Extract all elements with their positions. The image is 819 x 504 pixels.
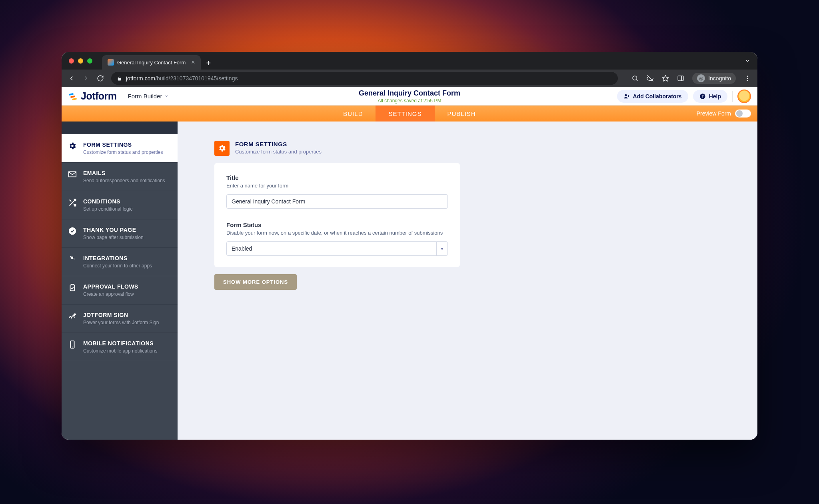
gear-icon xyxy=(214,141,230,156)
tab-settings[interactable]: SETTINGS xyxy=(376,106,434,122)
logo-mark-icon xyxy=(68,92,78,101)
sidebar-item-form-settings[interactable]: FORM SETTINGSCustomize form status and p… xyxy=(62,134,178,163)
svg-point-7 xyxy=(747,78,748,79)
user-avatar[interactable] xyxy=(737,90,751,103)
maximize-window-icon[interactable] xyxy=(87,58,92,64)
puzzle-icon xyxy=(68,255,77,264)
sidebar-item-conditions[interactable]: CONDITIONSSet up conditional logic xyxy=(62,191,178,219)
svg-point-0 xyxy=(633,76,637,80)
browser-tab[interactable]: General Inquiry Contact Form × xyxy=(102,55,201,70)
add-collaborators-button[interactable]: Add Collaborators xyxy=(617,90,688,103)
bookmark-star-icon[interactable] xyxy=(662,75,669,82)
nav-forward-button[interactable] xyxy=(82,75,90,82)
sidebar-item-emails[interactable]: EMAILSSend autoresponders and notificati… xyxy=(62,163,178,191)
close-tab-icon[interactable]: × xyxy=(191,59,195,66)
settings-card: Title Enter a name for your form Form St… xyxy=(214,163,460,267)
svg-text:?: ? xyxy=(701,94,704,98)
sidebar-item-mobile-notifications[interactable]: MOBILE NOTIFICATIONSCustomize mobile app… xyxy=(62,333,178,361)
svg-marker-3 xyxy=(663,76,669,81)
form-status-select[interactable]: Enabled ▼ xyxy=(226,241,448,256)
window-controls xyxy=(69,58,92,64)
chevron-down-icon xyxy=(164,94,169,98)
browser-titlebar: General Inquiry Contact Form × + xyxy=(62,52,757,70)
preview-form-label: Preview Form xyxy=(697,110,731,117)
status-label: Form Status xyxy=(226,221,448,228)
gear-icon xyxy=(68,141,77,150)
sidebar-item-approval-flows[interactable]: APPROVAL FLOWSCreate an approval flow xyxy=(62,276,178,305)
sidebar-item-integrations[interactable]: INTEGRATIONSConnect your form to other a… xyxy=(62,248,178,276)
address-bar[interactable]: jotform.com/build/231073470101945/settin… xyxy=(111,72,618,85)
title-help: Enter a name for your form xyxy=(226,183,448,189)
tabs-dropdown-icon[interactable] xyxy=(745,58,750,64)
search-icon[interactable] xyxy=(631,75,639,82)
shuffle-icon xyxy=(68,198,77,207)
mobile-icon xyxy=(68,340,77,349)
sidebar-item-thank-you[interactable]: THANK YOU PAGEShow page after submission xyxy=(62,219,178,248)
lock-icon xyxy=(117,76,122,81)
save-status: All changes saved at 2:55 PM xyxy=(359,98,460,104)
help-icon: ? xyxy=(699,93,706,100)
reload-button[interactable] xyxy=(97,75,104,82)
kebab-menu-icon[interactable] xyxy=(744,75,751,82)
svg-point-6 xyxy=(747,76,748,77)
panel-icon[interactable] xyxy=(677,75,684,82)
svg-line-16 xyxy=(70,200,72,202)
preview-form-toggle[interactable] xyxy=(735,110,751,118)
status-help: Disable your form now, on a specific dat… xyxy=(226,230,448,236)
settings-sidebar: FORM SETTINGSCustomize form status and p… xyxy=(62,122,178,440)
browser-window: General Inquiry Contact Form × + jotform… xyxy=(62,52,757,440)
app-header: Jotform Form Builder General Inquiry Con… xyxy=(62,87,757,106)
tab-build[interactable]: BUILD xyxy=(330,106,376,122)
browser-toolbar: jotform.com/build/231073470101945/settin… xyxy=(62,70,757,87)
panel-subtitle: Customize form status and properties xyxy=(235,149,322,155)
check-circle-icon xyxy=(68,227,77,235)
mail-icon xyxy=(68,170,77,179)
form-builder-dropdown[interactable]: Form Builder xyxy=(128,93,169,100)
svg-line-1 xyxy=(637,80,638,81)
new-tab-button[interactable]: + xyxy=(206,59,211,68)
signature-icon xyxy=(68,312,77,321)
svg-rect-4 xyxy=(678,76,683,81)
svg-point-9 xyxy=(625,94,627,96)
incognito-icon: ◎ xyxy=(697,74,705,82)
app-tabbar: BUILD SETTINGS PUBLISH Preview Form xyxy=(62,106,757,122)
settings-main: FORM SETTINGS Customize form status and … xyxy=(178,122,757,440)
eye-off-icon[interactable] xyxy=(647,75,654,82)
help-button[interactable]: ? Help xyxy=(693,90,727,103)
form-title-input[interactable] xyxy=(226,194,448,209)
chevron-down-icon: ▼ xyxy=(436,242,447,255)
incognito-badge[interactable]: ◎ Incognito xyxy=(692,73,736,84)
clipboard-check-icon xyxy=(68,283,77,292)
sidebar-item-jotform-sign[interactable]: JOTFORM SIGNPower your forms with Jotfor… xyxy=(62,305,178,333)
form-title[interactable]: General Inquiry Contact Form xyxy=(359,89,460,98)
tab-title: General Inquiry Contact Form xyxy=(117,60,186,66)
show-more-options-button[interactable]: SHOW MORE OPTIONS xyxy=(214,274,297,290)
minimize-window-icon[interactable] xyxy=(78,58,83,64)
close-window-icon[interactable] xyxy=(69,58,74,64)
panel-title: FORM SETTINGS xyxy=(235,141,322,147)
svg-rect-18 xyxy=(70,285,75,291)
user-plus-icon xyxy=(623,93,630,100)
title-label: Title xyxy=(226,174,448,181)
tab-publish[interactable]: PUBLISH xyxy=(435,106,489,122)
url-text: jotform.com/build/231073470101945/settin… xyxy=(126,75,238,82)
nav-back-button[interactable] xyxy=(68,75,75,82)
svg-point-8 xyxy=(747,80,748,81)
favicon-icon xyxy=(108,59,114,66)
jotform-logo[interactable]: Jotform xyxy=(68,90,117,102)
